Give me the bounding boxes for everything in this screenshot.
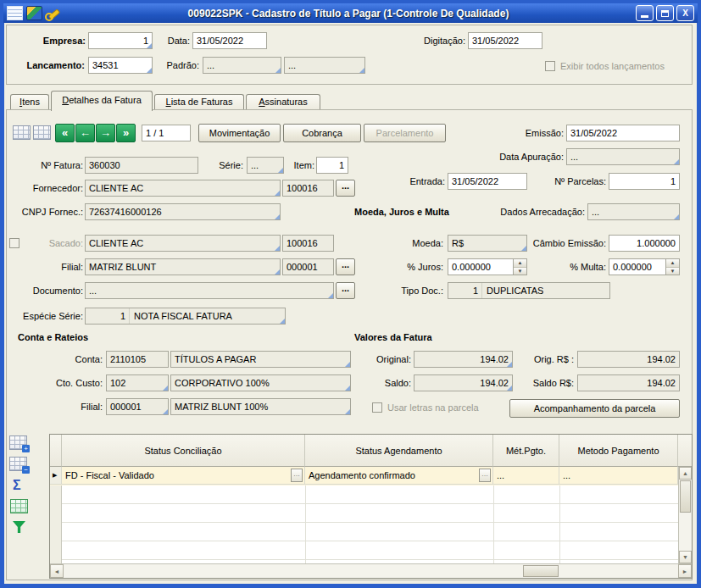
data-apuracao-field[interactable]: ... <box>566 148 680 165</box>
cell-status-conciliacao[interactable]: FD - Fiscal - Validado … <box>62 467 305 485</box>
no-fatura-field[interactable]: 360030 <box>85 157 198 174</box>
tab-detalhes-da-fatura[interactable]: Detalhes da Fatura <box>51 91 153 111</box>
saldo-label: Saldo: <box>357 378 411 388</box>
empresa-field[interactable]: 1 <box>88 32 153 49</box>
sum-icon[interactable]: Σ <box>13 479 21 492</box>
data-field[interactable]: 31/05/2022 <box>192 32 267 49</box>
tipo-doc-label: Tipo Doc.: <box>386 286 443 296</box>
horizontal-scroll-thumb[interactable] <box>523 565 559 577</box>
saldo-field[interactable]: 194.02 <box>414 374 513 391</box>
filial-rateio-code-field[interactable]: 000001 <box>106 398 169 415</box>
fornecedor-lookup-button[interactable]: ... <box>336 180 355 197</box>
padrao-field-1[interactable]: ... <box>203 57 281 74</box>
lancamento-field[interactable]: 34531 <box>88 57 153 74</box>
scroll-down-button[interactable]: ▼ <box>679 551 692 563</box>
movimentacao-button[interactable]: Movimentação <box>198 124 281 142</box>
orig-rs-field[interactable]: 194.02 <box>577 351 680 368</box>
close-button[interactable]: X <box>676 5 694 21</box>
maximize-button[interactable] <box>656 5 674 21</box>
saldo-rs-field[interactable]: 194.02 <box>577 374 680 391</box>
insert-row-icon[interactable]: + <box>9 435 27 450</box>
no-parcelas-label: Nº Parcelas: <box>537 176 606 186</box>
column-header-status-agendamento[interactable]: Status Agendamento <box>305 435 493 467</box>
tipo-doc-field[interactable]: 1 DUPLICATAS <box>448 282 610 299</box>
cto-custo-text-field[interactable]: CORPORATIVO 100% <box>170 374 351 391</box>
spin-down-icon[interactable]: ▼ <box>666 268 679 275</box>
filial-code-field[interactable]: 000001 <box>282 258 334 275</box>
serie-field[interactable]: ... <box>247 157 284 174</box>
emissao-field[interactable]: 31/05/2022 <box>566 125 680 141</box>
column-header-metodo-pagamento[interactable]: Metodo Pagamento <box>559 435 678 467</box>
minimize-button[interactable] <box>636 5 654 21</box>
window-icon <box>7 6 23 20</box>
parcelamento-button[interactable]: Parcelamento <box>364 124 446 142</box>
nav-last-button[interactable]: » <box>116 124 136 142</box>
data-label: Data: <box>158 36 190 46</box>
spin-up-icon[interactable]: ▲ <box>666 259 679 268</box>
cto-custo-code-field[interactable]: 102 <box>106 374 169 391</box>
cobranca-button[interactable]: Cobrança <box>283 124 361 142</box>
conta-code-field[interactable]: 2110105 <box>106 351 169 368</box>
column-header-status-conciliacao[interactable]: Status Conciliação <box>62 435 305 467</box>
cambio-emissao-field[interactable]: 1.000000 <box>609 235 680 252</box>
conta-text-field[interactable]: TÍTULOS A PAGAR <box>170 351 351 368</box>
digitacao-field[interactable]: 31/05/2022 <box>468 32 542 49</box>
padrao-field-2[interactable]: ... <box>284 57 365 74</box>
no-parcelas-field[interactable]: 1 <box>609 173 680 190</box>
tab-assinaturas[interactable]: Assinaturas <box>246 94 320 109</box>
scroll-right-button[interactable]: ► <box>678 564 692 578</box>
serie-label: Série: <box>208 160 243 170</box>
sacado-name-field[interactable]: CLIENTE AC <box>85 235 281 252</box>
nav-first-button[interactable]: « <box>55 124 75 142</box>
tab-itens[interactable]: Itens <box>10 94 49 109</box>
cell-dropdown-button[interactable]: … <box>291 469 303 482</box>
juros-field[interactable]: 0.000000 ▲▼ <box>448 258 527 275</box>
spin-down-icon[interactable]: ▼ <box>514 268 526 275</box>
fornecedor-code-field[interactable]: 100016 <box>282 180 334 197</box>
grid-view-icon[interactable] <box>13 125 31 140</box>
pager-field[interactable]: 1 / 1 <box>142 125 191 141</box>
scroll-up-button[interactable]: ▲ <box>679 467 692 480</box>
cell-met-pgto[interactable]: ... <box>493 467 559 485</box>
sacado-checkbox[interactable] <box>9 238 19 248</box>
juros-spinner[interactable]: ▲▼ <box>513 259 526 275</box>
grid-horizontal-scrollbar[interactable]: ◄ ► <box>50 563 692 578</box>
sacado-code-field[interactable]: 100016 <box>282 235 334 252</box>
filial-name-field[interactable]: MATRIZ BLUNT <box>85 258 281 275</box>
exibir-todos-checkbox[interactable] <box>545 61 555 71</box>
title-bar[interactable]: 009022SPK - Cadastro de Título a Pagar (… <box>3 3 698 23</box>
especie-serie-field[interactable]: 1 NOTA FISCAL FATURA <box>85 308 286 325</box>
moeda-field[interactable]: R$ <box>448 235 527 252</box>
multa-spinner[interactable]: ▲▼ <box>665 259 679 275</box>
tab-lista-de-faturas[interactable]: Lista de Faturas <box>154 94 244 109</box>
fornecedor-name-field[interactable]: CLIENTE AC <box>85 180 281 197</box>
cell-dropdown-button[interactable]: … <box>479 469 491 482</box>
item-field[interactable]: 1 <box>316 157 348 174</box>
tipo-doc-code: 1 <box>448 283 482 298</box>
cell-metodo-pagamento[interactable]: ... <box>559 467 678 485</box>
documento-field[interactable]: ... <box>85 282 334 299</box>
scroll-left-button[interactable]: ◄ <box>50 564 64 578</box>
delete-row-icon[interactable]: − <box>9 457 27 471</box>
usar-letras-checkbox[interactable] <box>372 402 382 413</box>
grid-selected-row[interactable]: ▶ FD - Fiscal - Validado … Agendamento c… <box>50 467 678 485</box>
grid-vertical-scrollbar[interactable]: ▲ ▼ <box>678 467 692 563</box>
filial-rateio-text-field[interactable]: MATRIZ BLUNT 100% <box>170 398 351 415</box>
original-field[interactable]: 194.02 <box>414 351 513 368</box>
export-grid-icon[interactable] <box>10 499 28 513</box>
acompanhamento-button[interactable]: Acompanhamento da parcela <box>509 399 680 418</box>
documento-lookup-button[interactable]: ... <box>336 282 355 299</box>
column-header-met-pgto[interactable]: Mét.Pgto. <box>493 435 559 467</box>
cell-status-agendamento[interactable]: Agendamento confirmado … <box>305 467 493 485</box>
nav-prev-button[interactable]: ← <box>75 124 95 142</box>
form-view-icon[interactable] <box>33 125 51 140</box>
dados-arrecadacao-field[interactable]: ... <box>587 203 680 220</box>
cnpj-field[interactable]: 72637416000126 <box>85 203 281 220</box>
multa-field[interactable]: 0.000000 ▲▼ <box>609 258 680 275</box>
spin-up-icon[interactable]: ▲ <box>514 259 526 268</box>
filial-lookup-button[interactable]: ... <box>336 258 355 275</box>
vertical-scroll-thumb[interactable] <box>680 480 691 513</box>
digitacao-label: Digitação: <box>401 36 465 46</box>
entrada-field[interactable]: 31/05/2022 <box>448 173 527 190</box>
nav-next-button[interactable]: → <box>96 124 115 142</box>
